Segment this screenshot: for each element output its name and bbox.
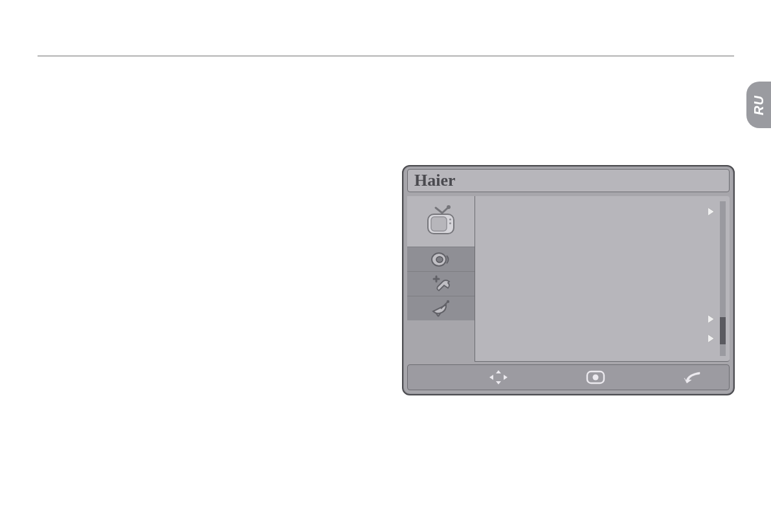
osd-content-panel <box>475 196 730 362</box>
sidebar-item-channel[interactable] <box>407 296 475 320</box>
osd-brand-label: Haier <box>414 171 456 190</box>
svg-rect-2 <box>431 217 447 231</box>
osd-title-bar: Haier <box>407 169 730 192</box>
language-tab-label: RU <box>751 95 766 115</box>
chevron-right-icon[interactable] <box>708 315 714 323</box>
osd-sidebar <box>407 196 475 362</box>
back-arrow-icon <box>682 370 703 384</box>
svg-point-0 <box>447 205 451 209</box>
sidebar-item-sound[interactable] <box>407 247 475 271</box>
chevron-right-icon[interactable] <box>708 208 714 216</box>
osd-menu-window: Haier <box>402 165 735 395</box>
osd-body <box>407 196 730 362</box>
footer-nav-hint <box>479 368 518 386</box>
svg-point-4 <box>449 222 451 224</box>
sidebar-item-setup[interactable] <box>407 271 475 296</box>
wrench-plus-icon <box>429 275 453 293</box>
horizontal-rule <box>38 56 734 56</box>
speaker-icon <box>430 250 452 269</box>
dpad-navigate-icon <box>486 368 511 386</box>
satellite-dish-icon <box>429 300 453 318</box>
scrollbar-thumb[interactable] <box>720 317 726 344</box>
svg-point-3 <box>449 218 451 220</box>
scrollbar[interactable] <box>720 201 726 356</box>
svg-point-9 <box>593 375 599 381</box>
sidebar-item-picture[interactable] <box>407 196 475 247</box>
tv-icon <box>423 205 459 238</box>
svg-point-6 <box>436 256 443 262</box>
footer-select-hint <box>576 370 615 385</box>
footer-back-hint <box>673 370 712 384</box>
chevron-right-icon[interactable] <box>708 335 714 342</box>
document-page: RU Haier <box>0 0 771 532</box>
language-tab[interactable]: RU <box>746 82 771 128</box>
ok-select-icon <box>585 370 606 385</box>
osd-footer <box>407 364 730 390</box>
svg-point-7 <box>447 300 449 302</box>
